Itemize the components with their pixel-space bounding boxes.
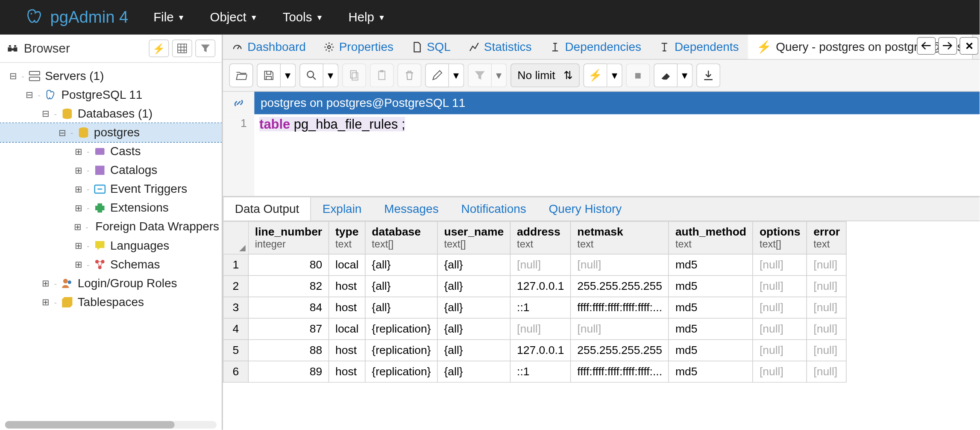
find-button[interactable] [299,63,323,87]
cell[interactable]: host [329,340,365,361]
cell[interactable]: [null] [753,297,807,318]
tree-db-postgres[interactable]: ⊟··postgres [0,123,222,142]
cell[interactable]: 82 [248,276,329,297]
cell[interactable]: 89 [248,361,329,383]
copy-button[interactable] [342,63,366,87]
paste-button[interactable] [370,63,394,87]
table-row[interactable]: 282host{all}{all}127.0.0.1255.255.255.25… [223,276,847,297]
cell[interactable]: 127.0.0.1 [511,276,571,297]
column-header[interactable]: typetext [329,221,365,254]
edit-dropdown[interactable]: ▾ [449,63,464,87]
find-dropdown[interactable]: ▾ [323,63,338,87]
cell[interactable]: 88 [248,340,329,361]
connection-status-icon[interactable] [223,92,255,115]
cell[interactable]: host [329,361,365,383]
cell[interactable]: {all} [365,297,437,318]
open-file-button[interactable] [229,63,253,87]
filter-dropdown[interactable]: ▾ [492,63,507,87]
filter-button[interactable] [195,40,215,57]
cell[interactable]: [null] [753,254,807,276]
download-button[interactable] [696,63,720,87]
row-number[interactable]: 4 [223,318,249,340]
cell[interactable]: {all} [437,361,511,383]
menu-file[interactable]: File▼ [153,10,185,25]
cell[interactable]: [null] [807,361,847,383]
delete-button[interactable] [398,63,422,87]
column-header[interactable]: databasetext[] [365,221,437,254]
explain-button[interactable] [654,63,678,87]
cell[interactable]: [null] [807,318,847,340]
results-tab-notifications[interactable]: Notifications [450,197,537,221]
table-row[interactable]: 384host{all}{all}::1ffff:ffff:ffff:ffff:… [223,297,847,318]
results-grid[interactable]: line_numberintegertypetextdatabasetext[]… [223,221,980,383]
cell[interactable]: [null] [571,318,669,340]
tree-fdw[interactable]: ⊞··Foreign Data Wrappers [0,218,222,236]
cell[interactable]: ffff:ffff:ffff:ffff:ffff:... [571,297,669,318]
cell[interactable]: 255.255.255.255 [571,340,669,361]
tree-languages[interactable]: ⊞··Languages [0,236,222,255]
cell[interactable]: ::1 [511,361,571,383]
table-row[interactable]: 689host{replication}{all}::1ffff:ffff:ff… [223,361,847,383]
tree-servers[interactable]: ⊟··Servers (1) [0,67,222,85]
column-header[interactable]: netmasktext [571,221,669,254]
sidebar-scrollbar[interactable] [5,421,217,429]
cell[interactable]: {all} [365,276,437,297]
grid-corner[interactable] [223,221,249,254]
cell[interactable]: 87 [248,318,329,340]
cell[interactable]: {all} [365,254,437,276]
cell[interactable]: [null] [807,340,847,361]
menu-help[interactable]: Help▼ [348,10,385,25]
tab-dependents[interactable]: Dependents [650,35,748,59]
cell[interactable]: 255.255.255.255 [571,276,669,297]
cell[interactable]: md5 [669,276,753,297]
row-number[interactable]: 2 [223,276,249,297]
save-dropdown[interactable]: ▾ [281,63,296,87]
column-header[interactable]: line_numberinteger [248,221,329,254]
tab-properties[interactable]: Properties [314,35,402,59]
cell[interactable]: [null] [807,254,847,276]
column-header[interactable]: addresstext [511,221,571,254]
query-tool-button[interactable]: ⚡ [149,40,169,57]
cell[interactable]: {replication} [365,361,437,383]
cell[interactable]: {replication} [365,318,437,340]
filter-rows-button[interactable] [468,63,492,87]
tree-extensions[interactable]: ⊞··Extensions [0,199,222,218]
cell[interactable]: 84 [248,297,329,318]
cell[interactable]: {all} [437,297,511,318]
tab-dashboard[interactable]: Dashboard [223,35,315,59]
execute-dropdown[interactable]: ▾ [607,63,622,87]
tree-event-triggers[interactable]: ⊞··Event Triggers [0,180,222,198]
tree-databases[interactable]: ⊟··Databases (1) [0,104,222,123]
cell[interactable]: host [329,297,365,318]
tab-next-button[interactable]: 🡢 [938,37,957,55]
tab-close-button[interactable]: ✕ [959,37,978,55]
row-number[interactable]: 6 [223,361,249,383]
cell[interactable]: md5 [669,340,753,361]
table-row[interactable]: 180local{all}{all}[null][null]md5[null][… [223,254,847,276]
cell[interactable]: [null] [807,297,847,318]
menu-tools[interactable]: Tools▼ [283,10,323,25]
tree-catalogs[interactable]: ⊞··Catalogs [0,161,222,180]
cell[interactable]: [null] [753,361,807,383]
tab-statistics[interactable]: Statistics [459,35,540,59]
cell[interactable]: {all} [437,276,511,297]
cell[interactable]: [null] [511,318,571,340]
tree-postgresql[interactable]: ⊟··PostgreSQL 11 [0,85,222,104]
cell[interactable]: [null] [753,318,807,340]
column-header[interactable]: optionstext[] [753,221,807,254]
results-tab-messages[interactable]: Messages [373,197,450,221]
execute-button[interactable]: ⚡ [584,63,607,87]
cell[interactable]: [null] [753,340,807,361]
table-row[interactable]: 487local{replication}{all}[null][null]md… [223,318,847,340]
cell[interactable]: [null] [571,254,669,276]
table-row[interactable]: 588host{replication}{all}127.0.0.1255.25… [223,340,847,361]
cell[interactable]: local [329,254,365,276]
cell[interactable]: md5 [669,318,753,340]
sql-editor[interactable]: 1 table pg_hba_file_rules ; [223,115,980,196]
tree-casts[interactable]: ⊞··Casts [0,142,222,161]
cell[interactable]: [null] [753,276,807,297]
cell[interactable]: 80 [248,254,329,276]
tab-prev-button[interactable]: 🡠 [917,37,936,55]
tree-roles[interactable]: ⊞··Login/Group Roles [0,274,222,293]
tree-schemas[interactable]: ⊞··Schemas [0,255,222,274]
